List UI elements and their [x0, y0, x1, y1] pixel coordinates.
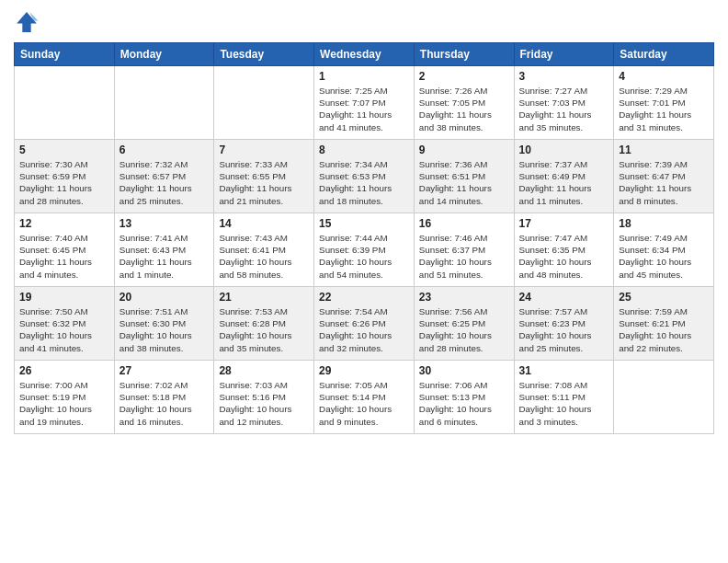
calendar-cell: 19Sunrise: 7:50 AM Sunset: 6:32 PM Dayli… — [15, 287, 115, 361]
calendar-cell — [614, 361, 714, 434]
day-number: 3 — [519, 70, 609, 83]
calendar-week-row: 19Sunrise: 7:50 AM Sunset: 6:32 PM Dayli… — [15, 287, 714, 361]
header — [14, 9, 714, 35]
calendar-week-row: 12Sunrise: 7:40 AM Sunset: 6:45 PM Dayli… — [15, 213, 714, 287]
day-info: Sunrise: 7:37 AM Sunset: 6:49 PM Dayligh… — [519, 158, 609, 207]
day-number: 21 — [219, 291, 309, 304]
day-number: 17 — [519, 217, 609, 230]
day-number: 6 — [119, 144, 210, 156]
day-info: Sunrise: 7:34 AM Sunset: 6:53 PM Dayligh… — [319, 158, 409, 207]
day-info: Sunrise: 7:00 AM Sunset: 5:19 PM Dayligh… — [19, 379, 109, 428]
day-info: Sunrise: 7:06 AM Sunset: 5:13 PM Dayligh… — [419, 379, 509, 428]
day-info: Sunrise: 7:36 AM Sunset: 6:51 PM Dayligh… — [419, 158, 509, 207]
day-number: 5 — [19, 144, 109, 156]
day-number: 23 — [419, 291, 509, 304]
weekday-header: Sunday — [15, 43, 115, 66]
weekday-header: Monday — [114, 43, 214, 66]
day-info: Sunrise: 7:57 AM Sunset: 6:23 PM Dayligh… — [519, 305, 609, 354]
calendar-header-row: SundayMondayTuesdayWednesdayThursdayFrid… — [15, 43, 714, 66]
calendar-cell: 2Sunrise: 7:26 AM Sunset: 7:05 PM Daylig… — [414, 66, 514, 140]
calendar-cell: 17Sunrise: 7:47 AM Sunset: 6:35 PM Dayli… — [514, 213, 614, 287]
calendar-cell: 6Sunrise: 7:32 AM Sunset: 6:57 PM Daylig… — [114, 140, 214, 213]
calendar-cell: 20Sunrise: 7:51 AM Sunset: 6:30 PM Dayli… — [114, 287, 214, 361]
calendar-cell: 14Sunrise: 7:43 AM Sunset: 6:41 PM Dayli… — [214, 213, 314, 287]
day-info: Sunrise: 7:30 AM Sunset: 6:59 PM Dayligh… — [19, 158, 109, 207]
calendar-cell: 29Sunrise: 7:05 AM Sunset: 5:14 PM Dayli… — [314, 361, 415, 434]
calendar-cell: 25Sunrise: 7:59 AM Sunset: 6:21 PM Dayli… — [614, 287, 714, 361]
day-number: 31 — [519, 364, 609, 377]
day-number: 27 — [119, 364, 210, 377]
day-info: Sunrise: 7:26 AM Sunset: 7:05 PM Dayligh… — [419, 85, 509, 133]
calendar-cell: 27Sunrise: 7:02 AM Sunset: 5:18 PM Dayli… — [114, 361, 214, 434]
weekday-header: Tuesday — [214, 43, 314, 66]
day-info: Sunrise: 7:27 AM Sunset: 7:03 PM Dayligh… — [519, 85, 609, 133]
logo — [14, 9, 43, 35]
calendar-cell: 9Sunrise: 7:36 AM Sunset: 6:51 PM Daylig… — [414, 140, 514, 213]
calendar-cell: 10Sunrise: 7:37 AM Sunset: 6:49 PM Dayli… — [514, 140, 614, 213]
day-info: Sunrise: 7:59 AM Sunset: 6:21 PM Dayligh… — [619, 305, 709, 354]
calendar-week-row: 26Sunrise: 7:00 AM Sunset: 5:19 PM Dayli… — [15, 361, 714, 434]
day-number: 25 — [619, 291, 709, 304]
day-number: 8 — [319, 144, 409, 156]
day-number: 12 — [19, 217, 109, 230]
calendar-cell: 31Sunrise: 7:08 AM Sunset: 5:11 PM Dayli… — [514, 361, 614, 434]
weekday-header: Friday — [514, 43, 614, 66]
day-info: Sunrise: 7:05 AM Sunset: 5:14 PM Dayligh… — [319, 379, 409, 428]
calendar-cell: 11Sunrise: 7:39 AM Sunset: 6:47 PM Dayli… — [614, 140, 714, 213]
day-number: 15 — [319, 217, 409, 230]
day-info: Sunrise: 7:47 AM Sunset: 6:35 PM Dayligh… — [519, 232, 609, 281]
day-info: Sunrise: 7:56 AM Sunset: 6:25 PM Dayligh… — [419, 305, 509, 354]
day-info: Sunrise: 7:08 AM Sunset: 5:11 PM Dayligh… — [519, 379, 609, 428]
day-info: Sunrise: 7:54 AM Sunset: 6:26 PM Dayligh… — [319, 305, 409, 354]
day-info: Sunrise: 7:32 AM Sunset: 6:57 PM Dayligh… — [119, 158, 210, 207]
calendar-week-row: 1Sunrise: 7:25 AM Sunset: 7:07 PM Daylig… — [15, 66, 714, 140]
calendar-cell: 16Sunrise: 7:46 AM Sunset: 6:37 PM Dayli… — [414, 213, 514, 287]
calendar-cell: 1Sunrise: 7:25 AM Sunset: 7:07 PM Daylig… — [314, 66, 415, 140]
calendar-cell: 4Sunrise: 7:29 AM Sunset: 7:01 PM Daylig… — [614, 66, 714, 140]
calendar-cell: 28Sunrise: 7:03 AM Sunset: 5:16 PM Dayli… — [214, 361, 314, 434]
calendar-cell: 30Sunrise: 7:06 AM Sunset: 5:13 PM Dayli… — [414, 361, 514, 434]
calendar-cell — [15, 66, 115, 140]
day-number: 16 — [419, 217, 509, 230]
calendar-cell: 18Sunrise: 7:49 AM Sunset: 6:34 PM Dayli… — [614, 213, 714, 287]
day-info: Sunrise: 7:46 AM Sunset: 6:37 PM Dayligh… — [419, 232, 509, 281]
day-info: Sunrise: 7:50 AM Sunset: 6:32 PM Dayligh… — [19, 305, 109, 354]
day-number: 29 — [319, 364, 409, 377]
calendar-cell: 7Sunrise: 7:33 AM Sunset: 6:55 PM Daylig… — [214, 140, 314, 213]
day-info: Sunrise: 7:43 AM Sunset: 6:41 PM Dayligh… — [219, 232, 309, 281]
calendar-cell: 13Sunrise: 7:41 AM Sunset: 6:43 PM Dayli… — [114, 213, 214, 287]
day-info: Sunrise: 7:29 AM Sunset: 7:01 PM Dayligh… — [619, 85, 709, 133]
day-info: Sunrise: 7:25 AM Sunset: 7:07 PM Dayligh… — [319, 85, 409, 133]
day-number: 20 — [119, 291, 210, 304]
day-number: 2 — [419, 70, 509, 83]
day-info: Sunrise: 7:44 AM Sunset: 6:39 PM Dayligh… — [319, 232, 409, 281]
day-info: Sunrise: 7:02 AM Sunset: 5:18 PM Dayligh… — [119, 379, 210, 428]
day-number: 14 — [219, 217, 309, 230]
logo-icon — [14, 9, 40, 35]
calendar-cell: 24Sunrise: 7:57 AM Sunset: 6:23 PM Dayli… — [514, 287, 614, 361]
day-number: 9 — [419, 144, 509, 156]
day-info: Sunrise: 7:03 AM Sunset: 5:16 PM Dayligh… — [219, 379, 309, 428]
calendar-cell: 3Sunrise: 7:27 AM Sunset: 7:03 PM Daylig… — [514, 66, 614, 140]
day-info: Sunrise: 7:41 AM Sunset: 6:43 PM Dayligh… — [119, 232, 210, 281]
day-number: 22 — [319, 291, 409, 304]
day-number: 30 — [419, 364, 509, 377]
calendar-cell: 23Sunrise: 7:56 AM Sunset: 6:25 PM Dayli… — [414, 287, 514, 361]
day-number: 11 — [619, 144, 709, 156]
day-number: 10 — [519, 144, 609, 156]
day-info: Sunrise: 7:33 AM Sunset: 6:55 PM Dayligh… — [219, 158, 309, 207]
calendar-cell: 12Sunrise: 7:40 AM Sunset: 6:45 PM Dayli… — [15, 213, 115, 287]
calendar-table: SundayMondayTuesdayWednesdayThursdayFrid… — [14, 42, 714, 434]
calendar-cell: 22Sunrise: 7:54 AM Sunset: 6:26 PM Dayli… — [314, 287, 415, 361]
weekday-header: Thursday — [414, 43, 514, 66]
weekday-header: Saturday — [614, 43, 714, 66]
calendar-cell: 21Sunrise: 7:53 AM Sunset: 6:28 PM Dayli… — [214, 287, 314, 361]
calendar-cell: 15Sunrise: 7:44 AM Sunset: 6:39 PM Dayli… — [314, 213, 415, 287]
calendar-cell: 26Sunrise: 7:00 AM Sunset: 5:19 PM Dayli… — [15, 361, 115, 434]
svg-marker-0 — [17, 12, 37, 32]
weekday-header: Wednesday — [314, 43, 415, 66]
day-number: 18 — [619, 217, 709, 230]
page: SundayMondayTuesdayWednesdayThursdayFrid… — [0, 0, 728, 563]
calendar-cell: 8Sunrise: 7:34 AM Sunset: 6:53 PM Daylig… — [314, 140, 415, 213]
day-number: 4 — [619, 70, 709, 83]
